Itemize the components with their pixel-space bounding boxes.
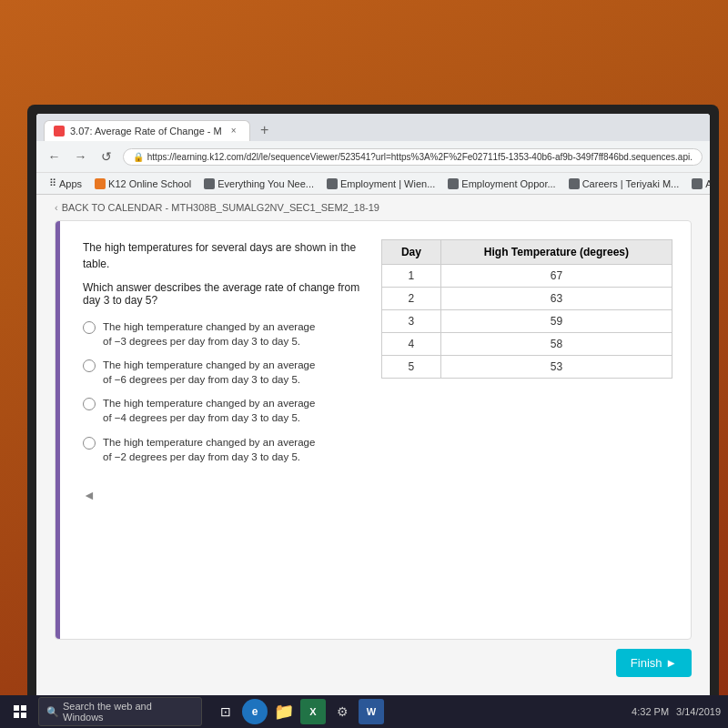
bottom-nav-left[interactable]: ◄ (83, 488, 96, 502)
taskbar-apps: ⊡ e 📁 X ⚙ W (213, 699, 384, 724)
taskbar-excel[interactable]: 📁 (271, 699, 297, 724)
bookmark-k12-label: K12 Online School (108, 178, 191, 189)
search-icon: 🔍 (46, 706, 59, 718)
tab-bar: 3.07: Average Rate of Change - M × + (36, 114, 710, 141)
radio-d[interactable] (83, 437, 96, 450)
tab-label: 3.07: Average Rate of Change - M (70, 126, 222, 136)
table-cell-day: 2 (382, 288, 441, 310)
taskbar-settings[interactable]: ⚙ (329, 699, 355, 724)
browser-chrome: 3.07: Average Rate of Change - M × + ← →… (36, 114, 710, 195)
bookmark-employment-opp[interactable]: Employment Oppor... (442, 177, 561, 191)
taskbar: 🔍 Search the web and Windows ⊡ e 📁 X ⚙ W… (0, 695, 728, 728)
option-d[interactable]: The high temperature changed by an avera… (83, 435, 363, 464)
finish-button[interactable]: Finish ► (616, 649, 692, 677)
table-cell-day: 4 (382, 333, 441, 356)
bookmark-employment[interactable]: Employment | Wien... (321, 177, 440, 191)
table-cell-temp: 67 (440, 265, 672, 288)
option-b[interactable]: The high temperature changed by an avera… (83, 358, 363, 387)
table-cell-temp: 58 (440, 333, 672, 356)
question-prompt: Which answer describes the average rate … (83, 281, 363, 307)
option-b-text: The high temperature changed by an avera… (103, 358, 315, 387)
table-header-day: Day (382, 240, 441, 265)
table-row: 5 53 (382, 356, 672, 379)
bookmark-doc-icon-3 (448, 178, 459, 189)
taskbar-word[interactable]: W (359, 699, 384, 724)
table-cell-day: 5 (382, 356, 441, 379)
url-text: https://learning.k12.com/d2l/le/sequence… (147, 152, 693, 162)
question-intro: The high temperatures for several days a… (83, 239, 363, 272)
table-row: 4 58 (382, 333, 672, 356)
bookmark-doc-icon-4 (569, 178, 580, 189)
windows-icon (14, 705, 26, 718)
taskbar-search-label: Search the web and Windows (63, 701, 194, 723)
option-c[interactable]: The high temperature changed by an avera… (83, 396, 363, 425)
finish-row: Finish ► (36, 640, 710, 686)
left-accent-bar (56, 221, 60, 639)
tab-close-button[interactable]: × (228, 125, 240, 137)
table-row: 2 63 (382, 288, 672, 310)
back-button[interactable]: ← (44, 146, 65, 167)
bookmark-everything[interactable]: Everything You Nee... (198, 177, 319, 191)
taskbar-date: 3/14/2019 (676, 706, 721, 717)
table-cell-temp: 53 (440, 356, 672, 379)
option-c-text: The high temperature changed by an avera… (103, 396, 315, 425)
table-header-temp: High Temperature (degrees) (440, 240, 672, 265)
table-cell-temp: 59 (440, 310, 672, 333)
start-button[interactable] (7, 699, 33, 724)
bookmark-everything-label: Everything You Nee... (217, 178, 314, 189)
page-content: ‹ BACK TO CALENDAR - MTH308B_SUMALG2NV_S… (36, 195, 710, 695)
taskbar-xl[interactable]: X (300, 699, 326, 724)
bookmark-employment-label: Employment | Wien... (340, 178, 435, 189)
table-cell-temp: 63 (440, 288, 672, 310)
taskbar-search[interactable]: 🔍 Search the web and Windows (38, 697, 202, 726)
breadcrumb-text[interactable]: BACK TO CALENDAR - MTH308B_SUMALG2NV_SEC… (62, 202, 379, 213)
bookmark-doc-icon-5 (692, 178, 703, 189)
bookmark-careers[interactable]: Careers | Teriyaki M... (563, 177, 685, 191)
table-row: 1 67 (382, 265, 672, 288)
taskbar-ie[interactable]: e (242, 699, 268, 724)
apps-grid-icon: ⠿ (49, 177, 56, 189)
bookmark-k12[interactable]: K12 Online School (89, 177, 197, 191)
tab-favicon (54, 126, 65, 136)
table-row: 3 59 (382, 310, 672, 333)
right-section: Day High Temperature (degrees) 1 67 2 63… (381, 239, 672, 464)
forward-button[interactable]: → (70, 146, 91, 167)
content-card: The high temperatures for several days a… (55, 220, 692, 640)
k12-icon (95, 178, 106, 189)
bookmark-app-saved[interactable]: Application Saved (686, 177, 710, 191)
bookmark-apps[interactable]: ⠿ Apps (44, 176, 87, 191)
bookmark-careers-label: Careers | Teriyaki M... (582, 178, 680, 189)
taskbar-right: 4:32 PM 3/14/2019 (632, 706, 721, 717)
taskbar-task-view[interactable]: ⊡ (213, 699, 238, 724)
refresh-button[interactable]: ↺ (96, 146, 117, 167)
option-d-text: The high temperature changed by an avera… (103, 435, 315, 464)
bookmark-app-saved-label: Application Saved (705, 178, 710, 189)
left-section: The high temperatures for several days a… (83, 239, 363, 464)
main-layout: The high temperatures for several days a… (74, 239, 672, 464)
address-field[interactable]: 🔒 https://learning.k12.com/d2l/le/sequen… (123, 148, 703, 166)
radio-b[interactable] (83, 359, 96, 372)
breadcrumb: ‹ BACK TO CALENDAR - MTH308B_SUMALG2NV_S… (36, 195, 710, 220)
option-a[interactable]: The high temperature changed by an avera… (83, 319, 363, 349)
radio-a[interactable] (83, 321, 96, 334)
active-tab[interactable]: 3.07: Average Rate of Change - M × (44, 120, 250, 141)
bookmark-employment-opp-label: Employment Oppor... (461, 178, 555, 189)
radio-c[interactable] (83, 398, 96, 410)
table-cell-day: 3 (382, 310, 441, 333)
table-cell-day: 1 (382, 265, 441, 288)
new-tab-button[interactable]: + (254, 119, 276, 141)
laptop-screen: 3.07: Average Rate of Change - M × + ← →… (36, 114, 710, 695)
temperature-table: Day High Temperature (degrees) 1 67 2 63… (381, 239, 672, 379)
bookmark-doc-icon-2 (327, 178, 338, 189)
taskbar-time: 4:32 PM (632, 706, 669, 717)
lock-icon: 🔒 (133, 152, 144, 162)
bookmark-apps-label: Apps (59, 178, 82, 189)
breadcrumb-arrow: ‹ (55, 202, 58, 213)
bookmark-doc-icon-1 (204, 178, 215, 189)
bookmarks-bar: ⠿ Apps K12 Online School Everything You … (36, 172, 710, 194)
option-a-text: The high temperature changed by an avera… (103, 319, 315, 349)
answer-options: The high temperature changed by an avera… (83, 319, 363, 464)
address-bar-row: ← → ↺ 🔒 https://learning.k12.com/d2l/le/… (36, 141, 710, 172)
